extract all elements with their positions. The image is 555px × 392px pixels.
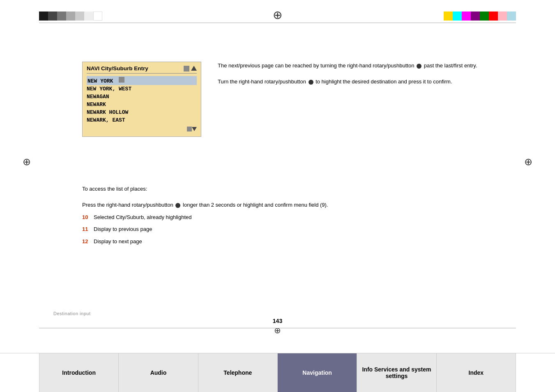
scroll-square-icon [187,127,192,131]
nav-menu-item-newark-east: NEWARK, EAST [87,116,197,124]
divider-bottom [39,328,516,328]
nav-menu-title-icons [184,66,197,71]
color-swatch [489,12,498,21]
color-swatch [444,12,453,21]
crosshair-bottom-icon: ⊕ [274,325,281,335]
right-para-1: The next/previous page can be reached by… [218,62,508,70]
divider-top [39,23,516,23]
nav-menu-item-new-york-west: NEW YORK, WEST [87,85,197,93]
circle-icon-3 [175,203,180,208]
nav-menu-box: NAVI City/Suburb Entry NEW YORK NEW YORK… [82,62,201,137]
color-swatch [57,12,66,21]
nav-menu-item-newagan: NEWAGAN [87,93,197,101]
color-swatch [453,12,462,21]
left-press: Press the right-hand rotary/pushbutton l… [82,201,337,209]
tab-audio[interactable]: Audio [119,353,198,392]
nav-menu-scrollbar [87,127,197,131]
color-bar-left [39,12,102,21]
color-swatch [84,12,93,21]
numbered-item-10: 10 Selected City/Suburb, already highlig… [82,213,337,221]
left-intro: To access the list of places: [82,185,337,193]
tab-index[interactable]: Index [437,353,516,392]
color-swatch [507,12,516,21]
color-swatch [93,12,102,21]
page-number: 143 [273,318,282,324]
tab-navigation[interactable]: Navigation [278,353,357,392]
right-content: The next/previous page can be reached by… [218,62,508,86]
numbered-item-11: 11 Display to previous page [82,225,337,233]
menu-triangle-icon [191,66,197,71]
color-swatch [462,12,471,21]
tab-telephone[interactable]: Telephone [198,353,278,392]
crosshair-left-icon: ⊕ [23,156,31,168]
color-swatch [480,12,489,21]
left-content: To access the list of places: Press the … [82,185,337,245]
color-swatch [471,12,480,21]
nav-menu-title-text: NAVI City/Suburb Entry [87,65,148,71]
color-swatch [66,12,75,21]
color-swatch [75,12,84,21]
nav-menu-item-newark: NEWARK [87,101,197,108]
crosshair-right-icon: ⊕ [524,156,532,168]
tab-info-services[interactable]: Info Services and system settings [357,353,436,392]
circle-icon-1 [417,64,421,69]
nav-menu-item-new-york: NEW YORK [87,76,197,85]
color-swatch [48,12,57,21]
scroll-down-arrow-icon [192,127,197,131]
nav-menu-item-newark-hollow: NEWARK HOLLOW [87,108,197,116]
tab-introduction[interactable]: Introduction [39,353,119,392]
crosshair-top-icon: ⊕ [273,8,282,22]
color-bar-right [444,12,516,21]
bottom-nav: Introduction Audio Telephone Navigation … [0,353,555,392]
color-swatch [498,12,507,21]
right-para-2: Turn the right-hand rotary/pushbutton to… [218,78,508,86]
page-label: Destination input [53,311,90,316]
color-swatch [39,12,48,21]
numbered-item-12: 12 Display to next page [82,238,337,246]
circle-icon-2 [309,80,313,85]
menu-square-icon [184,66,189,71]
nav-menu-title-bar: NAVI City/Suburb Entry [87,65,197,74]
highlight-square [119,77,124,83]
